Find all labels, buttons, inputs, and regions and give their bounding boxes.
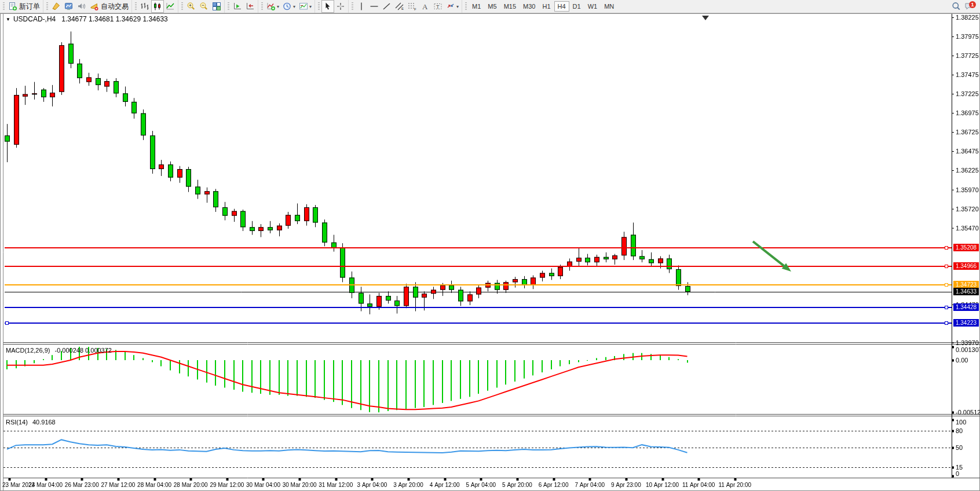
indicators-button[interactable]: ▾ <box>265 0 281 13</box>
toolbar-grip[interactable] <box>181 2 183 10</box>
horizontal-line-icon <box>370 2 379 11</box>
macd-indicator-label: MACD(12,26,9) -0.000248 0.000372 <box>6 347 112 354</box>
macd-values: -0.000248 0.000372 <box>54 347 111 354</box>
chart-shift-icon <box>246 2 255 11</box>
toolbar-group-4 <box>224 0 258 13</box>
macd-name: MACD(12,26,9) <box>6 347 50 354</box>
chevron-down-icon: ▾ <box>293 4 295 9</box>
notifications-button[interactable]: 1 <box>963 0 975 13</box>
auto-scroll-icon <box>233 2 242 11</box>
rsi-indicator-label: RSI(14) 40.9168 <box>6 419 56 426</box>
periods-button[interactable]: ▾ <box>281 0 297 13</box>
label-icon: T <box>433 2 443 11</box>
svg-text:F: F <box>414 8 416 11</box>
timeframe-m1-button[interactable]: M1 <box>469 1 484 12</box>
crosshair-button[interactable] <box>334 0 347 13</box>
label-button[interactable]: T <box>432 0 444 13</box>
timeframe-h1-button[interactable]: H1 <box>539 1 554 12</box>
chart-canvas[interactable] <box>0 0 980 491</box>
timeframe-m30-button[interactable]: M30 <box>520 1 539 12</box>
arrows-icon <box>446 2 455 11</box>
chevron-down-icon: ▾ <box>309 4 312 9</box>
toolbar-grip[interactable] <box>352 2 353 10</box>
new-order-icon <box>8 2 17 11</box>
zoom-in-icon <box>187 2 196 11</box>
timeframe-h4-button[interactable]: H4 <box>554 1 569 12</box>
auto-scroll-button[interactable] <box>231 0 244 13</box>
svg-text:E: E <box>401 7 404 10</box>
cursor-button[interactable] <box>321 0 334 13</box>
text-icon: A <box>420 2 430 11</box>
toolbar-grip[interactable] <box>465 2 467 10</box>
alerts-button[interactable] <box>75 0 88 13</box>
channel-button[interactable]: E <box>393 0 406 13</box>
metaeditor-button[interactable] <box>50 0 63 13</box>
mt4-application: 新订单自动交易▾▾▾EFAT▾M1M5M15M30H1H4D1W1MN1 ▼ U… <box>0 0 980 491</box>
channel-icon: E <box>395 2 404 11</box>
fibonacci-icon: F <box>408 2 417 11</box>
toolbar-grip[interactable] <box>135 2 137 10</box>
zoom-out-button[interactable] <box>198 0 210 13</box>
vertical-line-button[interactable] <box>355 0 368 13</box>
line-price-badge-resistance-1[interactable]: 1.34966 <box>953 262 979 270</box>
notification-badge: 1 <box>969 1 976 8</box>
bar-chart-button[interactable] <box>138 0 151 13</box>
cursor-icon <box>323 2 332 11</box>
terminal-button[interactable] <box>63 0 75 13</box>
timeframe-d1-button[interactable]: D1 <box>569 1 584 12</box>
terminal-icon <box>64 2 74 11</box>
templates-button[interactable]: ▾ <box>297 0 313 13</box>
crosshair-icon <box>336 2 345 11</box>
toolbar-group-3 <box>178 0 224 13</box>
new-order-button[interactable]: 新订单 <box>6 0 42 13</box>
chart-symbol-period: USDCAD-,H4 <box>13 15 56 23</box>
trendline-button[interactable] <box>381 0 393 13</box>
toolbar-group-1: 自动交易 <box>43 0 131 13</box>
line-price-badge-support-4[interactable]: 1.34223 <box>953 319 979 327</box>
metaeditor-icon <box>52 2 61 11</box>
chart-shift-button[interactable] <box>244 0 257 13</box>
timeframe-w1-button[interactable]: W1 <box>584 1 601 12</box>
toolbar-group-2 <box>131 0 178 13</box>
toolbar-grip[interactable] <box>318 2 320 10</box>
search-button[interactable] <box>950 0 963 13</box>
fibonacci-button[interactable]: F <box>406 0 419 13</box>
toolbar-group-0: 新订单 <box>0 0 43 13</box>
text-button[interactable]: A <box>419 0 432 13</box>
line-price-badge-support-3[interactable]: 1.34428 <box>953 303 979 311</box>
candlestick-chart-icon <box>153 2 162 11</box>
new-order-label: 新订单 <box>19 2 40 12</box>
toolbar-group-7: EFAT▾ <box>348 0 462 13</box>
toolbar-grip[interactable] <box>3 2 5 10</box>
chart-title-bar: ▼ USDCAD-,H4 1.34677 1.34681 1.34629 1.3… <box>6 15 168 23</box>
zoom-in-button[interactable] <box>185 0 198 13</box>
autotrading-button[interactable]: 自动交易 <box>88 0 130 13</box>
timeframe-m5-button[interactable]: M5 <box>484 1 500 12</box>
trendline-icon <box>382 2 392 11</box>
toolbar-grip[interactable] <box>46 2 48 10</box>
chevron-down-icon: ▾ <box>456 4 459 9</box>
svg-text:A: A <box>422 2 428 11</box>
periods-icon <box>283 2 292 11</box>
line-chart-button[interactable] <box>164 0 177 13</box>
chart-ohlc-quote: 1.34677 1.34681 1.34629 1.34633 <box>61 15 168 23</box>
horizontal-line-button[interactable] <box>368 0 381 13</box>
arrows-button[interactable]: ▾ <box>444 0 460 13</box>
bid-price-badge[interactable]: 1.34633 <box>953 288 979 295</box>
line-price-badge-resistance-0[interactable]: 1.35208 <box>953 244 979 251</box>
timeframe-m15-button[interactable]: M15 <box>500 1 520 12</box>
alerts-icon <box>77 2 86 11</box>
toolbar: 新订单自动交易▾▾▾EFAT▾M1M5M15M30H1H4D1W1MN1 <box>0 0 980 13</box>
line-chart-icon <box>166 2 175 11</box>
templates-icon <box>299 2 308 11</box>
timeframe-mn-button[interactable]: MN <box>601 1 617 12</box>
autotrading-label: 自动交易 <box>101 2 129 12</box>
tile-windows-button[interactable] <box>210 0 223 13</box>
toolbar-group-5: ▾▾▾ <box>258 0 315 13</box>
toolbar-grip[interactable] <box>261 2 263 10</box>
toolbar-grip[interactable] <box>228 2 229 10</box>
chart-menu-icon[interactable]: ▼ <box>6 17 10 22</box>
toolbar-right: 1 <box>950 0 980 13</box>
toolbar-group-6 <box>315 0 348 13</box>
candlestick-chart-button[interactable] <box>151 0 164 13</box>
